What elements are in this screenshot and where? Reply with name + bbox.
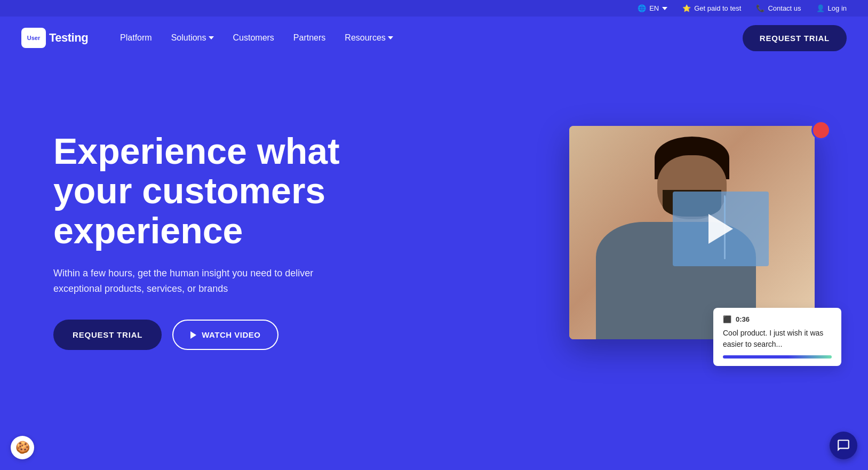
get-paid-link[interactable]: ⭐ Get paid to test [682, 4, 741, 12]
nav-customers[interactable]: Customers [233, 33, 274, 43]
caption-video-icon: ⬛ [723, 315, 731, 323]
logo-full-text: Testing [49, 31, 88, 45]
user-icon: 👤 [816, 4, 825, 12]
globe-icon: 🌐 [638, 4, 646, 12]
video-play-overlay[interactable] [673, 192, 769, 266]
hero-left: Experience what your customers experienc… [53, 131, 427, 350]
contact-label: Contact us [768, 4, 801, 12]
video-container: ⬛ 0:36 Cool product. I just wish it was … [569, 126, 825, 355]
hero-request-trial-button[interactable]: REQUEST TRIAL [53, 320, 162, 350]
main-navbar: User Testing Platform Solutions Customer… [0, 17, 868, 59]
phone-icon: 📞 [756, 4, 765, 12]
solutions-chevron-icon [209, 36, 214, 39]
hero-title: Experience what your customers experienc… [53, 131, 427, 251]
nav-solutions[interactable]: Solutions [171, 33, 214, 43]
recording-dot [811, 121, 831, 140]
nav-links: Platform Solutions Customers Partners Re… [120, 33, 721, 43]
hero-buttons: REQUEST TRIAL WATCH VIDEO [53, 320, 427, 350]
language-label: EN [649, 4, 659, 12]
hero-section: Experience what your customers experienc… [0, 59, 868, 422]
resources-chevron-icon [388, 36, 393, 39]
video-frame[interactable] [569, 126, 815, 339]
nav-platform[interactable]: Platform [120, 33, 152, 43]
chat-icon [837, 439, 850, 452]
login-link[interactable]: 👤 Log in [816, 4, 847, 12]
nav-resources[interactable]: Resources [345, 33, 393, 43]
nav-request-trial-button[interactable]: REQUEST TRIAL [743, 25, 847, 51]
language-chevron [662, 7, 667, 10]
hero-watch-video-button[interactable]: WATCH VIDEO [172, 320, 278, 350]
contact-link[interactable]: 📞 Contact us [756, 4, 801, 12]
top-utility-bar: 🌐 EN ⭐ Get paid to test 📞 Contact us 👤 L… [0, 0, 868, 17]
language-selector[interactable]: 🌐 EN [638, 4, 667, 12]
caption-text: Cool product. I just wish it was easier … [723, 328, 832, 350]
play-triangle-icon [708, 214, 733, 244]
logo[interactable]: User Testing [21, 28, 88, 48]
caption-progress-bar [723, 355, 832, 359]
play-icon [190, 331, 196, 339]
chat-button[interactable] [830, 432, 857, 459]
get-paid-label: Get paid to test [694, 4, 741, 12]
nav-partners[interactable]: Partners [293, 33, 325, 43]
cookie-consent-button[interactable]: 🍪 [11, 436, 34, 459]
login-label: Log in [828, 4, 847, 12]
caption-timestamp: 0:36 [736, 315, 750, 323]
caption-card: ⬛ 0:36 Cool product. I just wish it was … [713, 308, 841, 366]
hero-subtitle: Within a few hours, get the human insigh… [53, 266, 352, 297]
hero-right: for(let i=0;i<30;i++) document.currentSc… [427, 126, 825, 355]
star-icon: ⭐ [682, 4, 691, 12]
logo-box: User [21, 28, 46, 48]
cookie-icon: 🍪 [15, 441, 30, 455]
watch-video-label: WATCH VIDEO [202, 330, 260, 339]
caption-header: ⬛ 0:36 [723, 315, 832, 323]
